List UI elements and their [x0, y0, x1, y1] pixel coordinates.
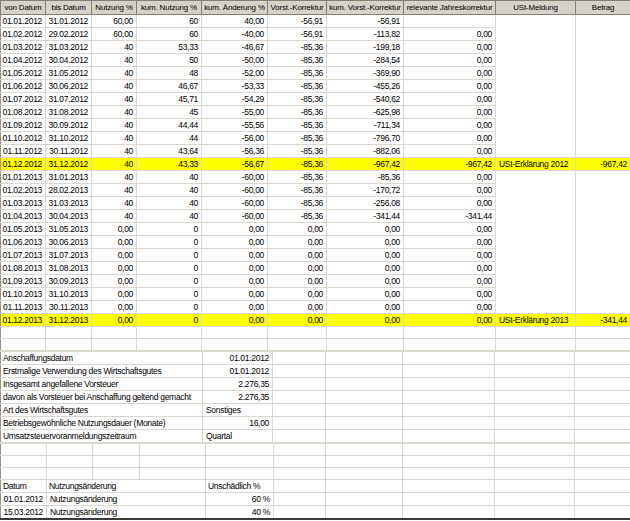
info-label[interactable]: Erstmalige Verwendung des Wirtschaftsgut… — [1, 365, 203, 378]
cell[interactable]: 60 — [137, 15, 202, 28]
empty-cell[interactable] — [403, 480, 495, 493]
cell[interactable]: -56,67 — [202, 158, 268, 171]
empty-cell[interactable] — [326, 430, 403, 443]
cell[interactable]: -341,44 — [576, 314, 630, 327]
cell[interactable]: -711,34 — [327, 119, 404, 132]
cell[interactable] — [404, 15, 496, 28]
cell[interactable]: 40 — [92, 184, 137, 197]
cell[interactable]: 0,00 — [92, 314, 137, 327]
cell[interactable]: 31.01.2012 — [46, 15, 92, 28]
cell[interactable]: 01.08.2012 — [1, 106, 46, 119]
cell[interactable]: 40 — [137, 184, 202, 197]
cell[interactable]: 01.09.2013 — [1, 275, 46, 288]
empty-cell[interactable] — [495, 365, 575, 378]
column-header[interactable]: Betrag — [576, 1, 630, 15]
column-header[interactable]: kum. Nutzung % — [137, 1, 202, 15]
cell[interactable] — [576, 197, 630, 210]
cell[interactable]: -199,18 — [327, 41, 404, 54]
empty-cell[interactable] — [575, 456, 630, 468]
cell[interactable]: 0,00 — [404, 301, 496, 314]
cell[interactable]: -46,67 — [202, 41, 268, 54]
cell[interactable] — [496, 28, 576, 41]
cell[interactable]: -882,06 — [327, 145, 404, 158]
cell[interactable]: -796,70 — [327, 132, 404, 145]
info-value[interactable]: 2.276,35 — [203, 391, 273, 404]
cell[interactable]: 0,00 — [268, 288, 327, 301]
cell[interactable]: 0,00 — [92, 236, 137, 249]
cell[interactable]: -85,36 — [268, 171, 327, 184]
info-value[interactable]: Quartal — [203, 430, 273, 443]
cell[interactable]: 43,33 — [137, 158, 202, 171]
cell[interactable]: 40 — [92, 67, 137, 80]
cell[interactable]: 01.03.2012 — [1, 41, 46, 54]
cell[interactable]: 31.03.2013 — [46, 197, 92, 210]
cell[interactable] — [496, 132, 576, 145]
empty-cell[interactable] — [273, 378, 326, 391]
empty-cell[interactable] — [403, 404, 495, 417]
column-header[interactable]: relevante Jahreskorrektur — [404, 1, 496, 15]
cell[interactable]: -85,36 — [268, 210, 327, 223]
cell[interactable]: 60,00 — [92, 15, 137, 28]
empty-cell[interactable] — [327, 339, 404, 351]
info-label[interactable]: davon als Vorsteuer bei Anschaffung gelt… — [1, 391, 203, 404]
cell[interactable]: -85,36 — [268, 80, 327, 93]
usage-aenderung[interactable]: Nutzungsänderung — [47, 506, 206, 520]
empty-cell[interactable] — [273, 417, 326, 430]
cell[interactable]: 43,64 — [137, 145, 202, 158]
cell[interactable]: 31.01.2013 — [46, 171, 92, 184]
empty-cell[interactable] — [1, 468, 47, 480]
empty-cell[interactable] — [326, 468, 403, 480]
cell[interactable]: 01.02.2013 — [1, 184, 46, 197]
empty-cell[interactable] — [404, 339, 496, 351]
cell[interactable]: 40 — [92, 158, 137, 171]
empty-cell[interactable] — [495, 417, 575, 430]
cell[interactable]: -85,36 — [268, 54, 327, 67]
empty-cell[interactable] — [575, 468, 630, 480]
cell[interactable] — [576, 223, 630, 236]
cell[interactable]: 01.01.2012 — [1, 15, 46, 28]
empty-cell[interactable] — [274, 456, 326, 468]
cell[interactable] — [576, 171, 630, 184]
cell[interactable] — [496, 119, 576, 132]
cell[interactable]: 44 — [137, 132, 202, 145]
usage-header-aenderung[interactable]: Nutzungsänderung — [47, 480, 206, 493]
cell[interactable] — [576, 119, 630, 132]
cell[interactable]: 40 — [92, 93, 137, 106]
cell[interactable]: 0,00 — [327, 262, 404, 275]
cell[interactable]: 31.12.2013 — [46, 314, 92, 327]
empty-cell[interactable] — [403, 493, 495, 506]
cell[interactable]: 0,00 — [404, 145, 496, 158]
cell[interactable] — [496, 249, 576, 262]
cell[interactable] — [496, 15, 576, 28]
column-header[interactable]: bis Datum — [46, 1, 92, 15]
usage-datum[interactable]: 15.03.2012 — [1, 506, 47, 520]
empty-cell[interactable] — [268, 339, 327, 351]
empty-cell[interactable] — [403, 468, 495, 480]
cell[interactable]: -85,36 — [268, 184, 327, 197]
cell[interactable]: 0,00 — [92, 275, 137, 288]
cell[interactable]: -85,36 — [268, 119, 327, 132]
cell[interactable]: -967,42 — [327, 158, 404, 171]
cell[interactable] — [576, 132, 630, 145]
empty-cell[interactable] — [576, 327, 630, 339]
empty-cell[interactable] — [326, 404, 403, 417]
cell[interactable]: 01.06.2012 — [1, 80, 46, 93]
empty-cell[interactable] — [495, 480, 575, 493]
cell[interactable]: 40 — [92, 171, 137, 184]
cell[interactable]: 0,00 — [404, 171, 496, 184]
cell[interactable]: 31.08.2012 — [46, 106, 92, 119]
cell[interactable]: 01.01.2013 — [1, 171, 46, 184]
cell[interactable]: 01.10.2013 — [1, 288, 46, 301]
empty-cell[interactable] — [137, 327, 202, 339]
cell[interactable]: 01.03.2013 — [1, 197, 46, 210]
empty-cell[interactable] — [496, 339, 576, 351]
column-header[interactable]: kum. Vorst.-Korrektur — [327, 1, 404, 15]
cell[interactable]: -52,00 — [202, 67, 268, 80]
cell[interactable]: 0,00 — [404, 288, 496, 301]
cell[interactable]: -53,33 — [202, 80, 268, 93]
cell[interactable] — [496, 41, 576, 54]
cell[interactable]: 31.10.2012 — [46, 132, 92, 145]
empty-cell[interactable] — [1, 327, 46, 339]
empty-cell[interactable] — [403, 378, 495, 391]
empty-cell[interactable] — [495, 444, 575, 456]
